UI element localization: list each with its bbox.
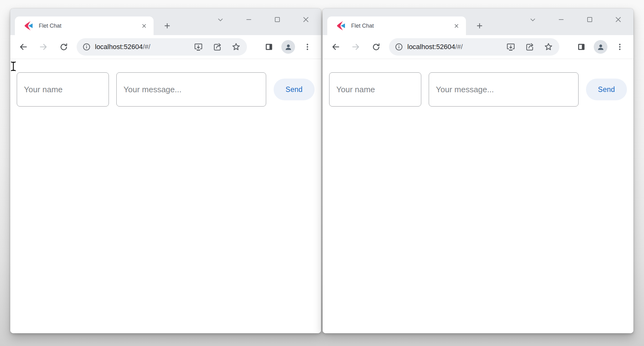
window-controls	[207, 12, 319, 27]
forward-button[interactable]	[349, 40, 363, 54]
forward-arrow-icon	[39, 42, 48, 52]
site-info-icon	[82, 43, 91, 51]
new-tab-button[interactable]	[161, 20, 173, 32]
side-panel-icon	[577, 42, 586, 52]
bookmark-star-icon	[543, 42, 553, 52]
name-input[interactable]	[17, 72, 109, 107]
browser-tab[interactable]: Flet Chat	[15, 16, 154, 35]
back-arrow-icon	[19, 42, 28, 52]
address-bar[interactable]: localhost:52604/#/	[77, 38, 247, 56]
message-input[interactable]	[429, 72, 579, 107]
browser-window-left: Flet Chat	[10, 8, 321, 333]
url-path: /#/	[143, 43, 150, 51]
side-panel-button[interactable]	[262, 40, 276, 54]
reload-button[interactable]	[57, 40, 70, 54]
chat-form: Send	[10, 59, 321, 107]
tab-strip: Flet Chat	[323, 8, 633, 35]
browser-toolbar: localhost:52604/#/	[323, 35, 633, 59]
tab-close-icon	[141, 23, 147, 29]
tab-close-icon	[453, 23, 460, 29]
avatar	[594, 40, 607, 54]
share-button[interactable]	[212, 42, 222, 52]
message-input[interactable]	[116, 72, 266, 107]
flet-logo-icon	[24, 21, 34, 31]
site-info-icon	[395, 43, 403, 51]
back-arrow-icon	[331, 42, 340, 52]
new-tab-plus-icon	[163, 22, 171, 30]
browser-tab[interactable]: Flet Chat	[327, 16, 466, 35]
back-button[interactable]	[329, 40, 342, 54]
minimize-icon	[557, 16, 565, 23]
page-content: Send	[323, 59, 633, 333]
url-path: /#/	[455, 43, 463, 51]
browser-toolbar: localhost:52604/#/	[10, 35, 321, 59]
forward-arrow-icon	[351, 42, 360, 52]
install-app-icon	[506, 42, 516, 52]
profile-button[interactable]	[281, 40, 295, 54]
window-close-button[interactable]	[293, 12, 319, 27]
bookmark-star-icon	[231, 42, 241, 52]
window-controls	[520, 12, 631, 27]
kebab-menu-icon	[615, 43, 624, 51]
site-info-button[interactable]	[395, 43, 403, 51]
window-close-button[interactable]	[605, 12, 631, 27]
minimize-button[interactable]	[548, 12, 574, 27]
tab-close-button[interactable]	[451, 20, 462, 31]
send-button[interactable]: Send	[274, 79, 315, 100]
install-app-button[interactable]	[193, 42, 203, 52]
name-input[interactable]	[329, 72, 421, 107]
maximize-icon	[274, 16, 281, 23]
profile-avatar-icon	[284, 42, 293, 52]
bookmark-button[interactable]	[231, 42, 241, 52]
page-content: Send	[10, 59, 321, 333]
tab-title: Flet Chat	[351, 23, 451, 29]
menu-button[interactable]	[613, 40, 627, 54]
bookmark-button[interactable]	[543, 42, 554, 52]
browser-window-right: Flet Chat	[323, 8, 633, 333]
desktop: { "windows": [ { "side": "left", "tab": …	[0, 0, 644, 346]
tab-strip: Flet Chat	[10, 8, 321, 35]
address-bar[interactable]: localhost:52604/#/	[389, 38, 559, 56]
maximize-button[interactable]	[264, 12, 290, 27]
chat-form: Send	[323, 59, 633, 107]
install-app-icon	[194, 42, 203, 52]
side-panel-button[interactable]	[575, 40, 588, 54]
flet-logo-icon	[336, 21, 346, 31]
site-info-button[interactable]	[82, 43, 91, 51]
avatar	[281, 40, 295, 54]
tab-title: Flet Chat	[39, 23, 139, 29]
back-button[interactable]	[16, 40, 30, 54]
tab-search-button[interactable]	[520, 12, 546, 27]
kebab-menu-icon	[303, 43, 312, 51]
reload-icon	[372, 43, 381, 52]
forward-button[interactable]	[37, 40, 50, 54]
share-icon	[525, 42, 534, 52]
maximize-button[interactable]	[577, 12, 603, 27]
minimize-button[interactable]	[236, 12, 262, 27]
tab-search-button[interactable]	[207, 12, 233, 27]
tab-search-chevron-icon	[217, 16, 224, 24]
new-tab-plus-icon	[476, 22, 484, 30]
window-close-icon	[614, 16, 622, 24]
menu-button[interactable]	[301, 40, 314, 54]
url-host: localhost:52604	[407, 43, 455, 51]
url-text: localhost:52604/#/	[95, 43, 150, 51]
profile-button[interactable]	[594, 40, 607, 54]
url-text: localhost:52604/#/	[407, 43, 463, 51]
window-close-icon	[302, 16, 310, 24]
reload-icon	[59, 43, 68, 52]
maximize-icon	[586, 16, 593, 23]
minimize-icon	[245, 16, 253, 23]
url-host: localhost:52604	[95, 43, 143, 51]
share-icon	[212, 42, 222, 52]
side-panel-icon	[264, 42, 274, 52]
install-app-button[interactable]	[505, 42, 516, 52]
share-button[interactable]	[524, 42, 535, 52]
send-button[interactable]: Send	[586, 79, 627, 100]
reload-button[interactable]	[369, 40, 383, 54]
profile-avatar-icon	[596, 42, 606, 52]
new-tab-button[interactable]	[473, 20, 486, 32]
tab-close-button[interactable]	[139, 20, 149, 31]
tab-search-chevron-icon	[529, 16, 537, 24]
